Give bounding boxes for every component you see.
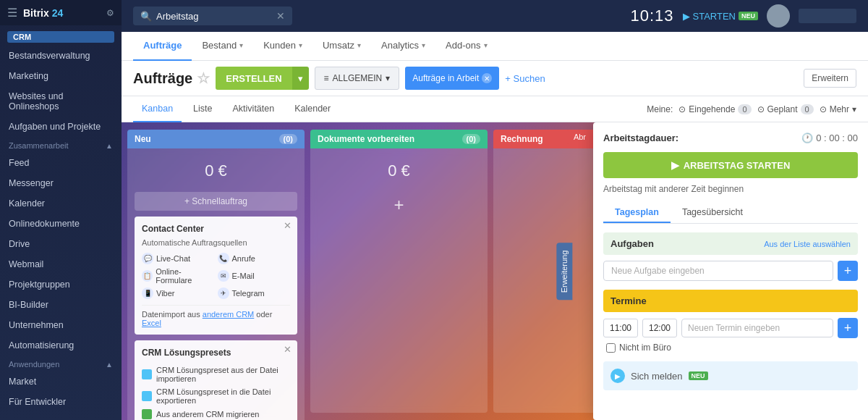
- meine-geplant[interactable]: ⊙ Geplant 0: [757, 104, 814, 114]
- tab-umsatz[interactable]: Umsatz ▾: [312, 32, 371, 61]
- tab-auftraege[interactable]: Aufträge: [133, 32, 192, 61]
- view-tag-close-icon[interactable]: ✕: [482, 73, 492, 83]
- sidebar-item-automatisierung[interactable]: Automatisierung: [0, 335, 122, 356]
- cc-item-telegram[interactable]: ✈ Telegram: [218, 287, 291, 299]
- chevron-down-icon: ▾: [357, 41, 361, 49]
- sidebar-item-label: Drive: [9, 239, 30, 249]
- crm-dot-icon: [142, 391, 152, 401]
- sich-melden-button[interactable]: Sich melden: [631, 371, 683, 382]
- add-aufgabe-button[interactable]: +: [838, 261, 858, 281]
- filter-button[interactable]: ≡ ALLGEMEIN ▾: [315, 67, 400, 90]
- add-item-dokumente[interactable]: +: [318, 192, 480, 218]
- cc-item-live-chat[interactable]: 💬 Live-Chat: [142, 253, 215, 264]
- cc-item-email[interactable]: ✉ E-Mail: [218, 267, 291, 285]
- abr-button[interactable]: Abr: [566, 130, 593, 144]
- sidebar-item-projektgruppen[interactable]: Projektgruppen: [0, 274, 122, 295]
- termin-input[interactable]: [681, 319, 833, 337]
- schnellauftrag-button[interactable]: + Schnellauftrag: [135, 192, 297, 211]
- topbar-start-button[interactable]: ▶ STARTEN NEU: [683, 11, 759, 22]
- create-button[interactable]: ERSTELLEN: [216, 67, 292, 90]
- live-chat-icon: 💬: [142, 253, 153, 264]
- popup-close-icon[interactable]: ✕: [284, 344, 292, 355]
- panel-tab-tagesuebersicht[interactable]: Tagesübersicht: [671, 203, 754, 223]
- create-arrow-button[interactable]: ▾: [292, 67, 309, 90]
- termin-time-from[interactable]: [603, 319, 638, 337]
- sidebar-item-aufgaben[interactable]: Aufgaben und Projekte: [0, 117, 122, 137]
- anrufe-icon: 📞: [218, 253, 229, 264]
- datenimport-text: Datenimport aus anderem CRM oder Excel: [142, 305, 290, 327]
- sidebar-item-messenger[interactable]: Messenger: [0, 173, 122, 193]
- search-button[interactable]: + Suchen: [505, 73, 545, 84]
- col-count-neu: (0): [279, 134, 297, 144]
- add-termin-button[interactable]: +: [838, 318, 858, 338]
- nicht-im-buero-checkbox[interactable]: [606, 343, 616, 353]
- tab-kunden[interactable]: Kunden ▾: [253, 32, 312, 61]
- sidebar-item-market[interactable]: Market: [0, 371, 122, 392]
- anderem-crm-link[interactable]: anderem CRM: [203, 310, 255, 319]
- sidebar-item-onlinedokumente[interactable]: Onlinedokumente: [0, 214, 122, 234]
- erweiterung-button[interactable]: Erweiterung: [557, 243, 573, 300]
- sidebar-item-bestandsverwaltung[interactable]: Bestandsverwaltung: [0, 46, 122, 66]
- sidebar-item-marketing[interactable]: Marketing: [0, 66, 122, 86]
- subtab-liste[interactable]: Liste: [184, 96, 221, 122]
- toolbar: Aufträge ☆ ERSTELLEN ▾ ≡ ALLGEMEIN ▾ Auf…: [122, 61, 868, 96]
- sidebar-item-drive[interactable]: Drive: [0, 234, 122, 254]
- sidebar-item-feed[interactable]: Feed: [0, 153, 122, 173]
- cc-label: Telegram: [232, 289, 265, 298]
- subtab-kalender[interactable]: Kalender: [286, 96, 339, 122]
- popup-close-icon[interactable]: ✕: [284, 220, 292, 231]
- sidebar-section-anwendungen[interactable]: Anwendungen ▲: [0, 356, 122, 371]
- search-input[interactable]: [156, 11, 272, 22]
- sidebar-item-webmail[interactable]: Webmail: [0, 254, 122, 274]
- panel-tab-tagesplan[interactable]: Tagesplan: [603, 203, 671, 223]
- crm-dot-icon: [142, 409, 152, 419]
- meine-eingehende[interactable]: ⊙ Eingehende 0: [678, 104, 751, 114]
- kanban-col-body-dokumente: 0 € +: [310, 148, 488, 413]
- avatar[interactable]: [767, 4, 790, 28]
- sidebar-item-label: Automatisierung: [9, 340, 74, 350]
- settings-icon[interactable]: ⚙: [106, 8, 114, 18]
- tab-analytics[interactable]: Analytics ▾: [371, 32, 435, 61]
- crm-item-0[interactable]: CRM Lösungspreset aus der Datei importie…: [142, 364, 290, 385]
- subtab-kanban[interactable]: Kanban: [133, 96, 182, 122]
- cc-item-viber[interactable]: 📱 Viber: [142, 287, 215, 299]
- sidebar-item-unternehmen[interactable]: Unternehmen: [0, 315, 122, 335]
- tab-addons[interactable]: Add-ons ▾: [435, 32, 497, 61]
- sidebar-item-fuer-entwickler[interactable]: Für Entwickler: [0, 392, 122, 412]
- arbeitstag-starten-button[interactable]: ▶ ARBEITSTAG STARTEN: [603, 152, 858, 178]
- meine-mehr[interactable]: ⊙ Mehr ▾: [820, 104, 856, 114]
- col-label-rechnung: Rechnung: [501, 134, 543, 144]
- aus-liste-link[interactable]: Aus der Liste auswählen: [764, 240, 851, 248]
- neue-aufgabe-input[interactable]: [603, 261, 833, 281]
- crm-loesungen-popup: ✕ CRM Lösungspresets CRM Lösungspreset a…: [135, 340, 297, 420]
- geplant-label: Geplant: [767, 104, 798, 114]
- contact-center-grid: 💬 Live-Chat 📞 Anrufe 📋 Online-Formulare: [142, 253, 290, 299]
- tab-bestand[interactable]: Bestand ▾: [192, 32, 253, 61]
- expand-button[interactable]: Erweitern: [804, 69, 856, 88]
- search-clear-icon[interactable]: ✕: [276, 10, 285, 22]
- mit-anderer-zeit-link[interactable]: Arbeitstag mit anderer Zeit beginnen: [603, 184, 858, 194]
- star-icon[interactable]: ☆: [197, 70, 210, 87]
- termin-time-to[interactable]: [642, 319, 677, 337]
- main-content: 🔍 ✕ 10:13 ▶ STARTEN NEU Aufträge Bestand…: [122, 0, 868, 420]
- excel-link[interactable]: Excel: [142, 319, 161, 327]
- cc-item-online-formulare[interactable]: 📋 Online-Formulare: [142, 267, 215, 285]
- col-label-neu: Neu: [135, 134, 151, 144]
- sidebar-item-bi-builder[interactable]: BI-Builder: [0, 295, 122, 315]
- chevron-down-icon: ▾: [386, 73, 390, 83]
- crm-item-2[interactable]: Aus anderem CRM migrieren: [142, 407, 290, 420]
- sidebar-item-label: Market: [9, 377, 36, 387]
- panel-header: Arbeitstagdauer: 🕐 0 : 00 : 00: [603, 133, 858, 143]
- sidebar-section-zusammenarbeit[interactable]: Zusammenarbeit ▲: [0, 137, 122, 153]
- sidebar-item-label: Messenger: [9, 178, 54, 188]
- subtab-aktivitaeten[interactable]: Aktivitäten: [224, 96, 284, 122]
- sidebar-item-websites[interactable]: Websites und Onlineshops: [0, 86, 122, 117]
- mehr-label: Mehr: [830, 104, 849, 114]
- crm-item-1[interactable]: CRM Lösungspreset in die Datei exportier…: [142, 385, 290, 407]
- sidebar-item-kalender[interactable]: Kalender: [0, 193, 122, 214]
- eingehende-count: 0: [738, 104, 751, 114]
- kanban-col-body-neu: 0 € + Schnellauftrag ✕ Contact Center Au…: [127, 148, 305, 420]
- user-name: [799, 9, 856, 23]
- hamburger-icon[interactable]: ☰: [7, 6, 17, 20]
- cc-item-anrufe[interactable]: 📞 Anrufe: [218, 253, 291, 264]
